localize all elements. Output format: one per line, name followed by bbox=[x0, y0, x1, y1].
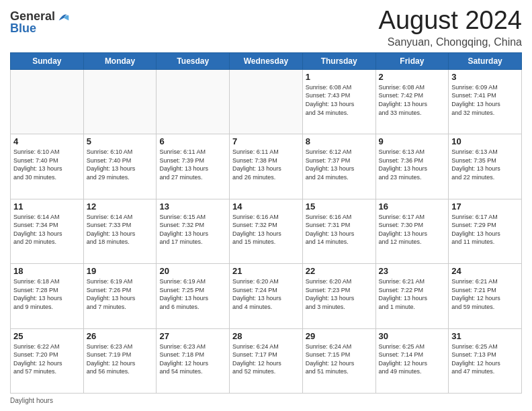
footer: Daylight hours bbox=[10, 397, 522, 404]
calendar-table: Sunday Monday Tuesday Wednesday Thursday… bbox=[10, 52, 522, 394]
day-number-12: 12 bbox=[87, 201, 154, 212]
day-info-31: Sunrise: 6:25 AM Sunset: 7:13 PM Dayligh… bbox=[451, 342, 519, 376]
day-info-20: Sunrise: 6:19 AM Sunset: 7:25 PM Dayligh… bbox=[159, 277, 226, 311]
col-tuesday: Tuesday bbox=[157, 52, 230, 69]
calendar-cell-w1-d7: 3Sunrise: 6:09 AM Sunset: 7:41 PM Daylig… bbox=[449, 69, 522, 134]
calendar-cell-w5-d6: 30Sunrise: 6:25 AM Sunset: 7:14 PM Dayli… bbox=[375, 328, 449, 393]
calendar-cell-w4-d3: 20Sunrise: 6:19 AM Sunset: 7:25 PM Dayli… bbox=[157, 264, 230, 328]
calendar-cell-w1-d5: 1Sunrise: 6:08 AM Sunset: 7:43 PM Daylig… bbox=[302, 69, 375, 134]
logo-icon bbox=[56, 9, 71, 24]
day-info-5: Sunrise: 6:10 AM Sunset: 7:40 PM Dayligh… bbox=[87, 148, 154, 181]
calendar-cell-w3-d1: 11Sunrise: 6:14 AM Sunset: 7:34 PM Dayli… bbox=[11, 199, 84, 263]
day-number-9: 9 bbox=[379, 136, 446, 146]
day-info-24: Sunrise: 6:21 AM Sunset: 7:21 PM Dayligh… bbox=[451, 277, 519, 311]
day-number-26: 26 bbox=[87, 331, 154, 341]
day-number-1: 1 bbox=[306, 72, 373, 82]
calendar-cell-w2-d4: 7Sunrise: 6:11 AM Sunset: 7:38 PM Daylig… bbox=[230, 134, 303, 199]
calendar-cell-w3-d6: 16Sunrise: 6:17 AM Sunset: 7:30 PM Dayli… bbox=[375, 199, 449, 263]
col-sunday: Sunday bbox=[11, 52, 84, 69]
calendar-cell-w2-d3: 6Sunrise: 6:11 AM Sunset: 7:39 PM Daylig… bbox=[157, 134, 230, 199]
title-block: August 2024 Sanyuan, Chongqing, China bbox=[379, 7, 522, 48]
day-info-4: Sunrise: 6:10 AM Sunset: 7:40 PM Dayligh… bbox=[13, 148, 81, 181]
calendar-cell-w1-d1 bbox=[11, 69, 84, 134]
calendar-cell-w4-d4: 21Sunrise: 6:20 AM Sunset: 7:24 PM Dayli… bbox=[230, 264, 303, 328]
day-info-16: Sunrise: 6:17 AM Sunset: 7:30 PM Dayligh… bbox=[379, 213, 446, 246]
subtitle: Sanyuan, Chongqing, China bbox=[379, 36, 522, 48]
day-info-21: Sunrise: 6:20 AM Sunset: 7:24 PM Dayligh… bbox=[232, 277, 300, 311]
day-number-31: 31 bbox=[451, 331, 519, 341]
day-number-19: 19 bbox=[87, 266, 154, 276]
day-info-23: Sunrise: 6:21 AM Sunset: 7:22 PM Dayligh… bbox=[379, 277, 446, 311]
calendar-cell-w3-d2: 12Sunrise: 6:14 AM Sunset: 7:33 PM Dayli… bbox=[83, 199, 157, 263]
day-number-16: 16 bbox=[379, 201, 446, 212]
calendar-cell-w4-d7: 24Sunrise: 6:21 AM Sunset: 7:21 PM Dayli… bbox=[449, 264, 522, 328]
day-number-22: 22 bbox=[306, 266, 373, 276]
calendar-cell-w5-d3: 27Sunrise: 6:23 AM Sunset: 7:18 PM Dayli… bbox=[157, 328, 230, 393]
calendar-week-3: 11Sunrise: 6:14 AM Sunset: 7:34 PM Dayli… bbox=[11, 199, 522, 263]
day-number-30: 30 bbox=[379, 331, 446, 341]
calendar-cell-w2-d7: 10Sunrise: 6:13 AM Sunset: 7:35 PM Dayli… bbox=[449, 134, 522, 199]
day-number-18: 18 bbox=[13, 266, 81, 276]
day-number-15: 15 bbox=[306, 201, 373, 212]
col-wednesday: Wednesday bbox=[230, 52, 303, 69]
day-number-8: 8 bbox=[306, 136, 373, 146]
day-number-20: 20 bbox=[159, 266, 226, 276]
calendar-cell-w4-d5: 22Sunrise: 6:20 AM Sunset: 7:23 PM Dayli… bbox=[302, 264, 375, 328]
calendar-cell-w1-d4 bbox=[230, 69, 303, 134]
col-saturday: Saturday bbox=[449, 52, 522, 69]
calendar-cell-w2-d2: 5Sunrise: 6:10 AM Sunset: 7:40 PM Daylig… bbox=[83, 134, 157, 199]
calendar-cell-w1-d2 bbox=[83, 69, 157, 134]
day-number-24: 24 bbox=[451, 266, 519, 276]
day-info-10: Sunrise: 6:13 AM Sunset: 7:35 PM Dayligh… bbox=[451, 148, 519, 181]
day-info-3: Sunrise: 6:09 AM Sunset: 7:41 PM Dayligh… bbox=[451, 83, 519, 117]
day-info-13: Sunrise: 6:15 AM Sunset: 7:32 PM Dayligh… bbox=[159, 213, 226, 246]
day-number-28: 28 bbox=[232, 331, 300, 341]
logo-text-blue: Blue bbox=[10, 22, 36, 36]
day-info-18: Sunrise: 6:18 AM Sunset: 7:28 PM Dayligh… bbox=[13, 277, 81, 311]
col-thursday: Thursday bbox=[302, 52, 375, 69]
calendar-week-4: 18Sunrise: 6:18 AM Sunset: 7:28 PM Dayli… bbox=[11, 264, 522, 328]
calendar-header-row: Sunday Monday Tuesday Wednesday Thursday… bbox=[11, 52, 522, 69]
day-info-11: Sunrise: 6:14 AM Sunset: 7:34 PM Dayligh… bbox=[13, 213, 81, 246]
day-number-11: 11 bbox=[13, 201, 81, 212]
day-info-7: Sunrise: 6:11 AM Sunset: 7:38 PM Dayligh… bbox=[232, 148, 300, 181]
calendar-cell-w4-d1: 18Sunrise: 6:18 AM Sunset: 7:28 PM Dayli… bbox=[11, 264, 84, 328]
logo: General Blue bbox=[10, 9, 71, 36]
day-number-3: 3 bbox=[451, 72, 519, 82]
calendar-cell-w2-d5: 8Sunrise: 6:12 AM Sunset: 7:37 PM Daylig… bbox=[302, 134, 375, 199]
day-info-14: Sunrise: 6:16 AM Sunset: 7:32 PM Dayligh… bbox=[232, 213, 300, 246]
day-info-22: Sunrise: 6:20 AM Sunset: 7:23 PM Dayligh… bbox=[306, 277, 373, 311]
calendar-cell-w3-d5: 15Sunrise: 6:16 AM Sunset: 7:31 PM Dayli… bbox=[302, 199, 375, 263]
calendar-cell-w1-d6: 2Sunrise: 6:08 AM Sunset: 7:42 PM Daylig… bbox=[375, 69, 449, 134]
calendar-cell-w3-d4: 14Sunrise: 6:16 AM Sunset: 7:32 PM Dayli… bbox=[230, 199, 303, 263]
day-info-8: Sunrise: 6:12 AM Sunset: 7:37 PM Dayligh… bbox=[306, 148, 373, 181]
calendar-body: 1Sunrise: 6:08 AM Sunset: 7:43 PM Daylig… bbox=[11, 69, 522, 393]
calendar-cell-w2-d1: 4Sunrise: 6:10 AM Sunset: 7:40 PM Daylig… bbox=[11, 134, 84, 199]
calendar-cell-w3-d7: 17Sunrise: 6:17 AM Sunset: 7:29 PM Dayli… bbox=[449, 199, 522, 263]
day-number-23: 23 bbox=[379, 266, 446, 276]
day-info-2: Sunrise: 6:08 AM Sunset: 7:42 PM Dayligh… bbox=[379, 83, 446, 117]
day-number-10: 10 bbox=[451, 136, 519, 146]
month-title: August 2024 bbox=[379, 7, 522, 35]
day-number-6: 6 bbox=[159, 136, 226, 146]
calendar-week-1: 1Sunrise: 6:08 AM Sunset: 7:43 PM Daylig… bbox=[11, 69, 522, 134]
calendar-cell-w4-d6: 23Sunrise: 6:21 AM Sunset: 7:22 PM Dayli… bbox=[375, 264, 449, 328]
day-number-27: 27 bbox=[159, 331, 226, 341]
col-monday: Monday bbox=[83, 52, 157, 69]
col-friday: Friday bbox=[375, 52, 449, 69]
day-number-2: 2 bbox=[379, 72, 446, 82]
day-info-28: Sunrise: 6:24 AM Sunset: 7:17 PM Dayligh… bbox=[232, 342, 300, 376]
calendar-week-5: 25Sunrise: 6:22 AM Sunset: 7:20 PM Dayli… bbox=[11, 328, 522, 393]
header: General Blue August 2024 Sanyuan, Chongq… bbox=[10, 7, 522, 48]
day-info-12: Sunrise: 6:14 AM Sunset: 7:33 PM Dayligh… bbox=[87, 213, 154, 246]
day-number-13: 13 bbox=[159, 201, 226, 212]
calendar-cell-w5-d2: 26Sunrise: 6:23 AM Sunset: 7:19 PM Dayli… bbox=[83, 328, 157, 393]
day-number-7: 7 bbox=[232, 136, 300, 146]
day-info-19: Sunrise: 6:19 AM Sunset: 7:26 PM Dayligh… bbox=[87, 277, 154, 311]
calendar-cell-w5-d7: 31Sunrise: 6:25 AM Sunset: 7:13 PM Dayli… bbox=[449, 328, 522, 393]
day-info-29: Sunrise: 6:24 AM Sunset: 7:15 PM Dayligh… bbox=[306, 342, 373, 376]
page: General Blue August 2024 Sanyuan, Chongq… bbox=[0, 0, 532, 411]
footer-text: Daylight hours bbox=[10, 397, 53, 404]
day-info-27: Sunrise: 6:23 AM Sunset: 7:18 PM Dayligh… bbox=[159, 342, 226, 376]
day-number-5: 5 bbox=[87, 136, 154, 146]
